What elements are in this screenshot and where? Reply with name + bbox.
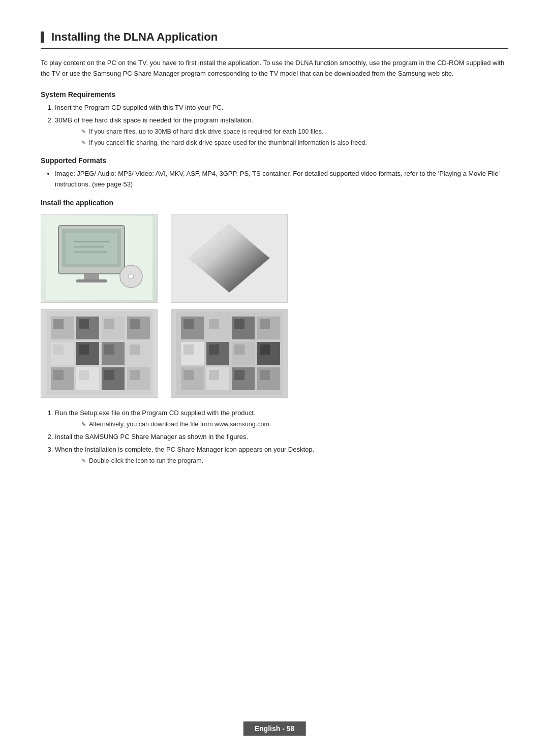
supported-formats-section: Supported Formats Image: JPEG/ Audio: MP… [41,156,508,189]
svg-rect-35 [79,370,89,380]
svg-rect-7 [66,233,117,264]
svg-rect-58 [260,344,270,355]
system-requirements-heading: System Requirements [41,90,508,99]
svg-rect-29 [130,319,140,329]
note-icon: ✎ [81,139,86,147]
footer: English - 58 [243,721,306,736]
svg-rect-32 [104,344,114,355]
list-item: Insert the Program CD supplied with this… [55,103,508,113]
svg-rect-26 [53,319,64,329]
list-item: When the installation is complete, the P… [55,445,508,466]
pixel-image-1-svg [46,311,152,395]
svg-rect-60 [209,370,219,380]
svg-rect-27 [79,319,89,329]
intro-paragraph: To play content on the PC on the TV, you… [41,58,508,79]
svg-rect-59 [184,370,194,380]
svg-rect-30 [53,344,64,355]
svg-rect-57 [234,344,245,355]
note-icon: ✎ [81,128,86,136]
list-item: Install the SAMSUNG PC Share Manager as … [55,432,508,442]
page-content: Installing the DLNA Application To play … [0,0,549,509]
install-image-4 [171,309,288,398]
install-steps-list: Run the Setup.exe file on the Program CD… [55,408,508,466]
note-icon: ✎ [81,457,86,465]
svg-point-6 [129,274,134,279]
svg-rect-34 [53,370,64,380]
title-bar-icon [41,32,44,43]
pixel-image-2-svg [176,311,283,395]
svg-rect-31 [79,344,89,355]
system-requirements-list: Insert the Program CD supplied with this… [55,103,508,148]
supported-formats-heading: Supported Formats [41,156,508,165]
svg-rect-52 [209,319,219,329]
system-requirements-section: System Requirements Insert the Program C… [41,90,508,148]
svg-rect-3 [84,274,99,280]
svg-rect-61 [234,370,245,380]
note-item: ✎ If you share files, up to 30MB of hard… [81,127,508,137]
note-icon: ✎ [81,420,86,429]
install-images-grid [41,214,295,398]
note-item: ✎ Alternatively, you can download the fi… [81,420,508,429]
svg-rect-56 [209,344,219,355]
svg-rect-28 [104,319,114,329]
supported-formats-list: Image: JPEG/ Audio: MP3/ Video: AVI, MKV… [55,169,508,189]
install-image-2 [171,214,288,303]
svg-rect-54 [260,319,270,329]
section-title: Installing the DLNA Application [41,30,508,49]
svg-rect-37 [130,370,140,380]
tv-image-svg [46,216,152,300]
install-image-1 [41,214,158,303]
main-title: Installing the DLNA Application [51,30,218,44]
list-item: 30MB of free hard disk space is needed f… [55,115,508,148]
page-number-badge: English - 58 [243,721,306,736]
note-item: ✎ If you cancel file sharing, the hard d… [81,138,508,148]
note-item: ✎ Double-click the icon to run the progr… [81,456,508,466]
install-section: Install the application [41,199,508,466]
svg-rect-33 [130,344,140,355]
list-item: Image: JPEG/ Audio: MP3/ Video: AVI, MKV… [55,169,508,189]
svg-rect-53 [234,319,245,329]
install-heading: Install the application [41,199,508,207]
svg-rect-4 [76,279,107,282]
svg-rect-36 [104,370,114,380]
svg-rect-62 [260,370,270,380]
svg-rect-51 [184,319,194,329]
install-image-3 [41,309,158,398]
list-item: Run the Setup.exe file on the Program CD… [55,408,508,429]
diamond-image-svg [176,216,283,300]
svg-rect-55 [184,344,194,355]
